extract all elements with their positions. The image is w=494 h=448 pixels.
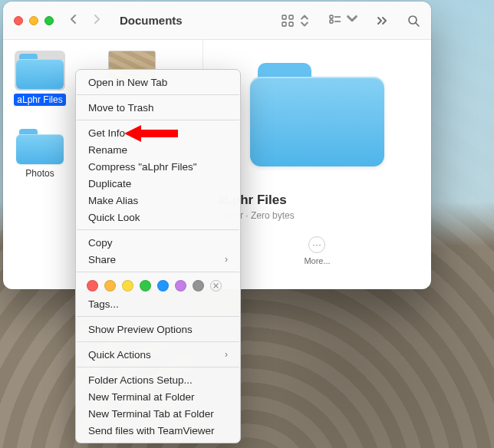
back-button[interactable] xyxy=(68,13,80,28)
menu-show-preview-options[interactable]: Show Preview Options xyxy=(76,321,240,338)
menu-separator xyxy=(77,341,239,342)
tag-color-dot[interactable] xyxy=(87,280,98,292)
svg-rect-0 xyxy=(282,15,286,19)
menu-tags[interactable]: Tags... xyxy=(76,295,240,312)
chevron-down-icon xyxy=(345,12,359,29)
minimize-button[interactable] xyxy=(29,16,38,25)
menu-separator xyxy=(77,316,239,317)
menu-copy[interactable]: Copy xyxy=(76,234,240,251)
window-controls xyxy=(14,16,54,25)
menu-get-info[interactable]: Get Info xyxy=(76,124,240,141)
svg-rect-1 xyxy=(289,15,293,19)
tag-color-dot[interactable] xyxy=(175,280,186,292)
svg-rect-5 xyxy=(330,20,333,23)
menu-separator xyxy=(77,367,239,367)
forward-button[interactable] xyxy=(91,13,103,28)
nav-arrows xyxy=(68,13,103,28)
menu-quick-actions[interactable]: Quick Actions› xyxy=(76,346,240,363)
svg-line-9 xyxy=(416,23,419,26)
maximize-button[interactable] xyxy=(44,16,54,25)
svg-rect-4 xyxy=(330,15,333,18)
item-label: aLphr Files xyxy=(14,94,65,106)
menu-separator xyxy=(77,120,239,120)
svg-rect-2 xyxy=(282,22,286,26)
svg-rect-3 xyxy=(289,22,293,26)
tag-color-dot[interactable] xyxy=(122,280,133,292)
overflow-button[interactable] xyxy=(376,14,390,28)
menu-compress[interactable]: Compress "aLphr Files" xyxy=(76,158,240,175)
menu-new-terminal-tab-at-folder[interactable]: New Terminal Tab at Folder xyxy=(76,405,240,422)
menu-new-terminal-at-folder[interactable]: New Terminal at Folder xyxy=(76,388,240,405)
tag-color-dot[interactable] xyxy=(157,280,169,292)
menu-duplicate[interactable]: Duplicate xyxy=(76,175,240,192)
view-icons-button[interactable] xyxy=(281,14,311,28)
menu-quick-look[interactable]: Quick Look xyxy=(76,209,240,226)
menu-separator xyxy=(77,94,239,95)
tag-color-dot[interactable] xyxy=(104,280,116,292)
chevron-right-icon: › xyxy=(225,349,228,360)
chevron-right-icon: › xyxy=(225,254,228,265)
menu-separator xyxy=(77,272,239,272)
menu-folder-actions-setup[interactable]: Folder Actions Setup... xyxy=(76,371,240,388)
folder-icon xyxy=(16,127,64,164)
ellipsis-icon: ··· xyxy=(308,236,325,253)
menu-separator xyxy=(77,229,239,230)
context-menu: Open in New Tab Move to Trash Get Info R… xyxy=(75,69,241,443)
search-button[interactable] xyxy=(407,14,420,28)
menu-open-new-tab[interactable]: Open in New Tab xyxy=(76,74,240,91)
more-button[interactable]: ··· More... xyxy=(304,236,330,265)
menu-tags-colors xyxy=(76,276,240,295)
tag-color-dot[interactable] xyxy=(193,280,204,292)
grid-item-alphr-files[interactable]: aLphr Files xyxy=(9,51,71,106)
preview-folder-icon xyxy=(250,63,384,166)
folder-icon xyxy=(16,52,64,89)
menu-make-alias[interactable]: Make Alias xyxy=(76,192,240,209)
toolbar: Documents xyxy=(3,2,431,40)
item-label: Photos xyxy=(22,167,57,180)
group-by-button[interactable] xyxy=(328,12,359,29)
menu-move-to-trash[interactable]: Move to Trash xyxy=(76,99,240,116)
close-button[interactable] xyxy=(14,16,23,25)
tag-color-dot[interactable] xyxy=(140,280,151,292)
window-title: Documents xyxy=(120,14,183,27)
menu-share[interactable]: Share› xyxy=(76,251,240,268)
more-label: More... xyxy=(304,256,330,265)
tag-clear-dot[interactable] xyxy=(210,280,222,292)
menu-send-files-with-teamviewer[interactable]: Send files with TeamViewer xyxy=(76,422,240,439)
grid-item-photos[interactable]: Photos xyxy=(9,127,71,180)
menu-rename[interactable]: Rename xyxy=(76,141,240,158)
